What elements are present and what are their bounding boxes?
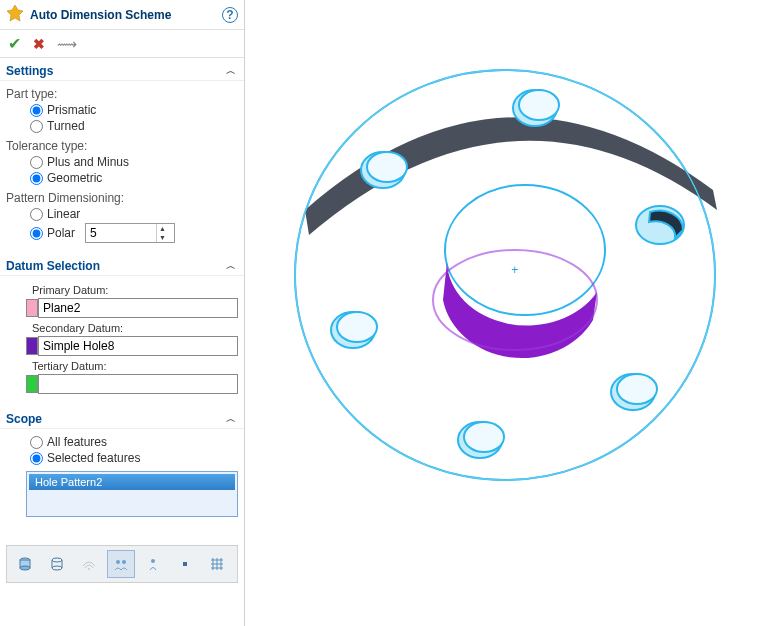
polar-count-spinner[interactable]: ▲ ▼: [85, 223, 175, 243]
pattern-dim-label: Pattern Dimensioning:: [6, 191, 238, 205]
svg-point-9: [151, 559, 155, 563]
polar-count-input[interactable]: [86, 226, 156, 240]
3d-viewport[interactable]: +: [245, 0, 757, 626]
radio-plusminus-input[interactable]: [30, 156, 43, 169]
radio-plusminus[interactable]: Plus and Minus: [30, 155, 238, 169]
radio-selected-input[interactable]: [30, 452, 43, 465]
section-header-datum[interactable]: Datum Selection ︿: [0, 253, 244, 276]
svg-rect-10: [183, 562, 187, 566]
primary-color-swatch: [26, 299, 38, 317]
radio-geometric[interactable]: Geometric: [30, 171, 238, 185]
confirm-bar: ✔ ✖ ⟿: [0, 30, 244, 58]
radio-linear-input[interactable]: [30, 208, 43, 221]
svg-point-6: [88, 568, 90, 570]
tertiary-datum-input[interactable]: [38, 374, 238, 394]
radio-linear[interactable]: Linear: [30, 207, 238, 221]
datum-body: Primary Datum: Secondary Datum: Tertiary…: [0, 276, 244, 406]
tolerance-type-label: Tolerance type:: [6, 139, 238, 153]
tertiary-color-swatch: [26, 375, 38, 393]
secondary-datum-input[interactable]: [38, 336, 238, 356]
radio-turned-input[interactable]: [30, 120, 43, 133]
section-title: Datum Selection: [6, 259, 100, 273]
svg-marker-0: [7, 5, 23, 21]
tool-datum-icon[interactable]: [139, 550, 167, 578]
radio-turned[interactable]: Turned: [30, 119, 238, 133]
radio-prismatic[interactable]: Prismatic: [30, 103, 238, 117]
radio-polar-input[interactable]: [30, 227, 43, 240]
svg-point-25: [464, 422, 504, 452]
scope-body: All features Selected features Hole Patt…: [0, 429, 244, 525]
primary-datum-label: Primary Datum:: [32, 284, 238, 296]
tool-grid-icon[interactable]: [203, 550, 231, 578]
svg-point-7: [116, 560, 120, 564]
pin-button[interactable]: ⟿: [57, 36, 77, 52]
chevron-up-icon: ︿: [226, 64, 236, 78]
svg-point-16: [519, 90, 559, 120]
radio-prismatic-input[interactable]: [30, 104, 43, 117]
ok-button[interactable]: ✔: [8, 34, 21, 53]
svg-point-23: [617, 374, 657, 404]
svg-point-5: [52, 566, 62, 570]
radio-all-features[interactable]: All features: [30, 435, 238, 449]
tool-point-icon[interactable]: [171, 550, 199, 578]
chevron-up-icon: ︿: [226, 412, 236, 426]
secondary-color-swatch: [26, 337, 38, 355]
primary-datum-input[interactable]: [38, 298, 238, 318]
scope-selection-list[interactable]: Hole Pattern2: [26, 471, 238, 517]
help-icon[interactable]: ?: [222, 7, 238, 23]
spinner-down-icon[interactable]: ▼: [157, 233, 168, 242]
section-title: Scope: [6, 412, 42, 426]
svg-point-4: [52, 558, 62, 562]
tool-cylinder-icon[interactable]: [11, 550, 39, 578]
panel-title: Auto Dimension Scheme: [30, 8, 222, 22]
part-type-label: Part type:: [6, 87, 238, 101]
svg-point-3: [20, 566, 30, 570]
feature-icon: [6, 4, 24, 25]
chevron-up-icon: ︿: [226, 259, 236, 273]
settings-body: Part type: Prismatic Turned Tolerance ty…: [0, 81, 244, 253]
section-header-scope[interactable]: Scope ︿: [0, 406, 244, 429]
spinner-up-icon[interactable]: ▲: [157, 224, 168, 233]
section-title: Settings: [6, 64, 53, 78]
svg-point-8: [122, 560, 126, 564]
section-header-settings[interactable]: Settings ︿: [0, 58, 244, 81]
radio-polar[interactable]: Polar: [30, 226, 75, 240]
svg-point-21: [337, 312, 377, 342]
cancel-button[interactable]: ✖: [33, 36, 45, 52]
tool-cyl-outline-icon[interactable]: [43, 550, 71, 578]
secondary-datum-label: Secondary Datum:: [32, 322, 238, 334]
tertiary-datum-label: Tertiary Datum:: [32, 360, 238, 372]
radio-all-input[interactable]: [30, 436, 43, 449]
origin-marker-icon: +: [511, 263, 518, 277]
scope-item[interactable]: Hole Pattern2: [29, 474, 235, 490]
radio-geometric-input[interactable]: [30, 172, 43, 185]
model-view: [245, 0, 757, 626]
svg-point-18: [367, 152, 407, 182]
radio-selected-features[interactable]: Selected features: [30, 451, 238, 465]
property-panel: Auto Dimension Scheme ? ✔ ✖ ⟿ Settings ︿…: [0, 0, 245, 626]
filter-toolbar: [6, 545, 238, 583]
tool-wifi-icon[interactable]: [75, 550, 103, 578]
panel-header: Auto Dimension Scheme ?: [0, 0, 244, 30]
tool-group-icon[interactable]: [107, 550, 135, 578]
